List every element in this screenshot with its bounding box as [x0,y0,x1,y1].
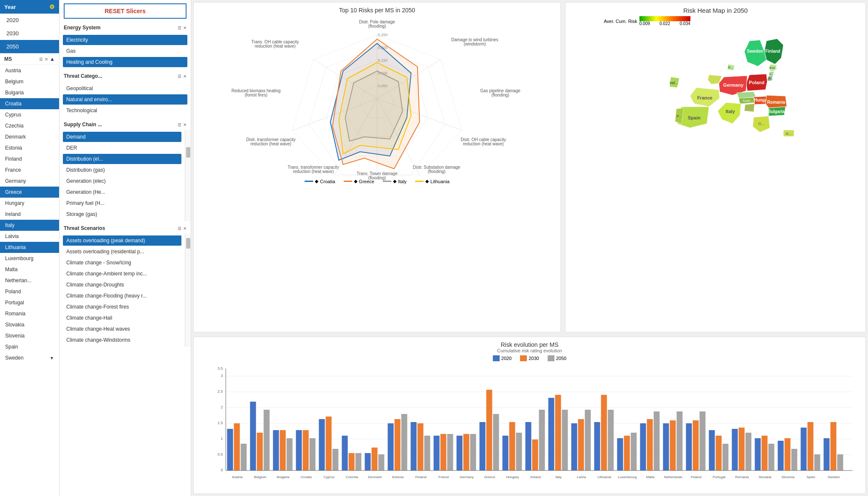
threat-scenarios-filter[interactable]: ☰ [178,226,181,231]
supply-chain-filter[interactable]: ☰ [178,122,181,127]
slicer-der[interactable]: DER [63,143,181,153]
gear-icon[interactable]: ⚙ [49,3,55,10]
heat-gradient-bar [639,16,690,21]
svg-rect-166 [732,429,738,470]
ms-item-luxembourg[interactable]: Luxembourg [0,253,59,264]
reset-slicers-button[interactable]: RESET Slicers [64,3,187,19]
slicer-windstorms[interactable]: Climate change-Windstorms [63,335,181,345]
ms-item-czechia[interactable]: Czechia [0,120,59,131]
ms-item-portugal[interactable]: Portugal [0,297,59,308]
svg-rect-118 [457,436,463,470]
ms-item-romania[interactable]: Romania [0,308,59,319]
svg-rect-123 [486,390,492,470]
year-item-2020[interactable]: 2020 [0,14,59,27]
slicer-flooding[interactable]: Climate change-Flooding (heavy r... [63,291,181,301]
slicer-heat-waves[interactable]: Climate change-Heat waves [63,324,181,334]
slicer-storage-gas[interactable]: Storage (gas) [63,209,181,219]
slicer-heating-cooling[interactable]: Heating and Cooling [63,57,187,67]
svg-text:G...: G... [758,122,765,126]
slicer-electricity[interactable]: Electricity [63,35,187,45]
year-item-2030[interactable]: 2030 [0,27,59,40]
year-item-2050[interactable]: 2050 [0,40,59,53]
ms-item-finland[interactable]: Finland [0,153,59,164]
slicer-droughts[interactable]: Climate change-Droughts [63,280,181,290]
svg-rect-122 [480,422,486,470]
svg-rect-142 [594,422,600,470]
top-row: Top 10 Risks per MS in 2050 Distr. Pole … [191,0,868,334]
svg-rect-79 [234,423,240,470]
ms-item-lithuania[interactable]: Lithuania [0,242,59,253]
slicer-distribution-el[interactable]: Distribution (el... [63,154,181,164]
threat-scenarios-title: Threat Scenarios ☰ ✕ [59,223,191,234]
supply-chain-title: Supply Chain ... ☰ ✕ [59,119,191,130]
ms-item-netherlands[interactable]: Netherlan... [0,275,59,286]
ms-item-cyprus[interactable]: Cyprus [0,109,59,120]
slicer-generation-he[interactable]: Generation (He... [63,187,181,197]
threat-category-filter[interactable]: ☰ [178,74,181,79]
svg-text:0.5: 0.5 [218,452,223,456]
energy-system-clear[interactable]: ✕ [183,26,187,30]
ms-item-poland[interactable]: Poland [0,286,59,297]
supply-chain-scrollbar[interactable] [185,130,191,221]
svg-rect-151 [647,419,653,470]
slicer-geopolitical[interactable]: Geopolitical [63,83,187,94]
threat-category-section: Threat Catego... ☰ ✕ Geopolitical Natura… [59,71,191,117]
ms-item-spain[interactable]: Spain [0,341,59,352]
slicer-gas[interactable]: Gas [63,46,187,56]
heat-labels: 0.009 0.022 0.034 [639,21,690,26]
legend-croatia: ◆ Croatia [305,179,335,184]
slicers-panel: RESET Slicers Energy System ☰ ✕ Electric… [59,0,191,496]
radar-chart-svg: Distr. Pole damage (flooding) Damage to … [198,16,556,181]
slicer-assets-peak[interactable]: Assets overloading (peak demand) [63,235,181,246]
slicer-primary-fuel[interactable]: Primary fuel (H... [63,198,181,208]
svg-rect-112 [424,436,430,470]
energy-system-filter[interactable]: ☰ [178,26,181,30]
ms-item-malta[interactable]: Malta [0,264,59,275]
ms-scroll-up[interactable]: ▲ [50,56,55,62]
svg-rect-99 [349,453,355,470]
ms-item-slovenia[interactable]: Slovenia [0,330,59,341]
threat-category-clear[interactable]: ✕ [183,74,187,79]
supply-chain-clear[interactable]: ✕ [183,122,187,127]
ms-item-italy[interactable]: Italy [0,220,59,231]
slicer-technological[interactable]: Technological [63,105,187,116]
slicer-ambient-temp[interactable]: Climate change-Ambient temp inc... [63,269,181,279]
svg-rect-94 [319,419,325,470]
slicer-generation-elec[interactable]: Generation (elec) [63,176,181,186]
slicer-hail[interactable]: Climate change-Hail [63,313,181,323]
ms-item-belgium[interactable]: Belgium [0,76,59,87]
slicer-assets-residential[interactable]: Assets overloading (residential p... [63,247,181,257]
ms-item-ireland[interactable]: Ireland [0,209,59,220]
threat-scenarios-clear[interactable]: ✕ [183,226,187,231]
ms-item-france[interactable]: France [0,164,59,176]
svg-rect-164 [723,444,729,470]
svg-rect-155 [670,420,676,470]
ms-item-denmark[interactable]: Denmark [0,131,59,142]
threat-category-title: Threat Catego... ☰ ✕ [59,71,191,82]
ms-item-greece[interactable]: Greece [0,187,59,198]
ms-item-bulgaria[interactable]: Bulgaria [0,87,59,98]
threat-scenarios-scrollbar[interactable] [185,234,191,347]
slicer-snow-icing[interactable]: Climate change - Snow/Icing [63,258,181,268]
energy-system-section: Energy System ☰ ✕ Electricity Gas Heatin… [59,22,191,69]
ms-item-sweden[interactable]: Sweden ▼ [0,352,59,363]
legend-2020-label: 2020 [501,356,512,361]
ms-item-austria[interactable]: Austria [0,65,59,76]
svg-rect-128 [516,433,522,470]
slicer-distribution-gas[interactable]: Distribution (gas) [63,165,181,175]
svg-text:Malta: Malta [646,475,655,479]
svg-text:Czechia: Czechia [346,475,358,479]
ms-item-estonia[interactable]: Estonia [0,142,59,153]
bar-chart-svg: 0 0.5 1 1.5 2 2.5 3 3.5 [198,364,861,487]
ms-filter-btn[interactable]: ☰ [39,56,43,62]
slicer-forest-fires[interactable]: Climate change-Forest fires [63,302,181,312]
ms-item-hungary[interactable]: Hungary [0,198,59,209]
slicer-demand[interactable]: Demand [63,132,181,142]
ms-item-latvia[interactable]: Latvia [0,231,59,242]
slicer-natural-enviro[interactable]: Natural and enviro... [63,94,187,105]
ms-item-germany[interactable]: Germany [0,176,59,187]
ms-clear-btn[interactable]: ✕ [45,56,48,62]
svg-rect-91 [303,430,309,470]
ms-item-croatia[interactable]: Croatia [0,98,59,109]
ms-item-slovakia[interactable]: Slovakia [0,319,59,330]
